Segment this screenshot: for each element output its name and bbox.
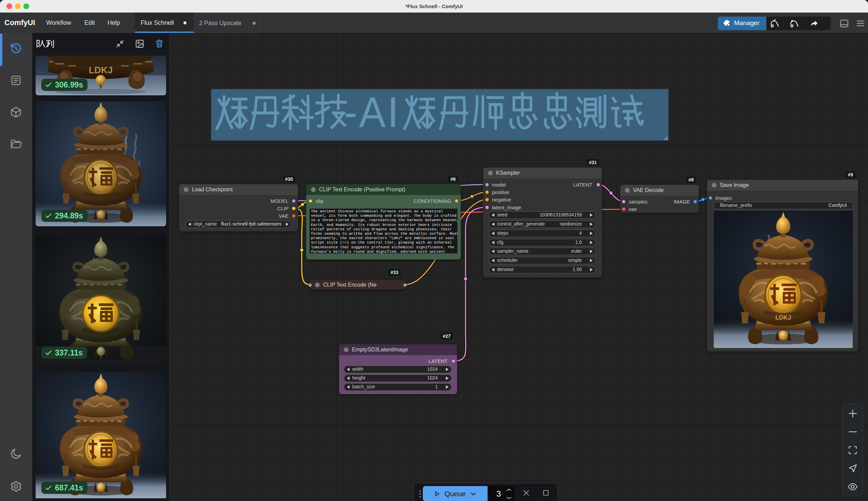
svg-text:LDKJ: LDKJ bbox=[89, 65, 113, 75]
svg-text:LDKJ: LDKJ bbox=[775, 314, 791, 321]
